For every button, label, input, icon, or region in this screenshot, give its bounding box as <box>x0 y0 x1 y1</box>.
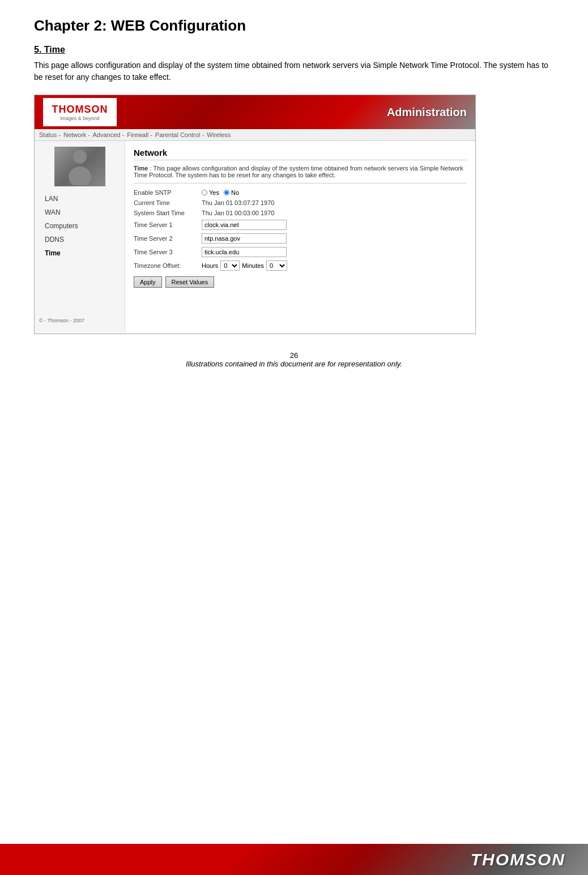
chapter-title: Chapter 2: WEB Configuration <box>34 17 554 35</box>
sntp-no-radio[interactable] <box>224 190 229 195</box>
sidebar-item-time[interactable]: Time <box>40 246 119 260</box>
router-main-content: Network Time : This page allows configur… <box>125 141 475 334</box>
form-buttons: Apply Reset Values <box>134 276 467 288</box>
section-title: 5. Time <box>34 45 554 55</box>
hours-label: Hours <box>202 262 218 269</box>
sidebar-item-lan[interactable]: LAN <box>40 192 119 206</box>
router-sidebar: LAN WAN Computers DDNS Time © - Thomson … <box>35 141 125 334</box>
time-server3-input[interactable] <box>202 247 287 257</box>
svg-point-1 <box>69 167 91 185</box>
sidebar-copyright: © - Thomson - 2007 <box>35 313 125 328</box>
time-server2-input[interactable] <box>202 233 287 244</box>
logo-text: THOMSON <box>52 104 108 116</box>
time-server3-label: Time Server 3 <box>134 249 202 255</box>
page-number: 26 <box>34 351 554 360</box>
main-time-description: Time : This page allows configuration an… <box>134 165 467 183</box>
screenshot-container: THOMSON images & beyond Administration S… <box>34 95 476 334</box>
apply-button[interactable]: Apply <box>134 276 162 288</box>
system-start-value: Thu Jan 01 00:03:00 1970 <box>202 210 274 216</box>
nav-item-network[interactable]: Network - <box>62 131 90 138</box>
sidebar-item-computers[interactable]: Computers <box>40 219 119 233</box>
bottom-logo: THOMSON <box>471 850 565 869</box>
sntp-yes-label: Yes <box>209 189 219 196</box>
nav-item-status[interactable]: Status - <box>39 131 61 138</box>
time-description-text: This page allows configuration and displ… <box>134 165 463 178</box>
minutes-label: Minutes <box>242 262 264 269</box>
time-server1-row: Time Server 1 <box>134 220 467 230</box>
router-body: LAN WAN Computers DDNS Time © - Thomson … <box>35 141 475 334</box>
reset-button[interactable]: Reset Values <box>165 276 215 288</box>
time-server1-input[interactable] <box>202 220 287 230</box>
sntp-no-label: No <box>231 189 239 196</box>
current-time-label: Current Time <box>134 199 202 206</box>
timezone-controls: Hours 0 1 2 -1 Minutes 0 15 30 45 <box>202 261 287 271</box>
minutes-select[interactable]: 0 15 30 45 <box>266 261 287 271</box>
hours-select[interactable]: 0 1 2 -1 <box>220 261 240 271</box>
nav-item-parental[interactable]: Parental Control - <box>154 131 204 138</box>
sntp-no-option[interactable]: No <box>224 189 239 196</box>
time-server1-label: Time Server 1 <box>134 221 202 228</box>
enable-sntp-row: Enable SNTP Yes No <box>134 189 467 196</box>
router-logo: THOMSON images & beyond <box>43 98 117 126</box>
router-navbar: Status - Network - Advanced - Firewall -… <box>35 129 475 141</box>
current-time-row: Current Time Thu Jan 01 03:07:27 1970 <box>134 199 467 206</box>
logo-subtext: images & beyond <box>60 116 100 121</box>
nav-item-firewall[interactable]: Firewall - <box>125 131 152 138</box>
sntp-yes-radio[interactable] <box>202 190 207 195</box>
timezone-label: Timezone Offset: <box>134 262 202 269</box>
system-start-label: System Start Time <box>134 210 202 216</box>
page-description: This page allows configuration and displ… <box>34 59 554 83</box>
system-start-row: System Start Time Thu Jan 01 00:03:00 19… <box>134 210 467 216</box>
svg-point-0 <box>73 150 87 164</box>
router-header: THOMSON images & beyond Administration <box>35 95 475 129</box>
nav-item-wireless[interactable]: Wireless <box>205 131 231 138</box>
main-section-title: Network <box>134 148 467 160</box>
sntp-yes-option[interactable]: Yes <box>202 189 219 196</box>
sidebar-item-ddns[interactable]: DDNS <box>40 233 119 246</box>
bottom-bar: THOMSON <box>0 844 588 875</box>
timezone-row: Timezone Offset: Hours 0 1 2 -1 Minutes … <box>134 261 467 271</box>
time-server3-row: Time Server 3 <box>134 247 467 257</box>
enable-sntp-label: Enable SNTP <box>134 189 202 196</box>
time-server2-label: Time Server 2 <box>134 235 202 242</box>
sidebar-item-wan[interactable]: WAN <box>40 206 119 219</box>
nav-item-advanced[interactable]: Advanced - <box>91 131 124 138</box>
time-field-label: Time <box>134 165 148 172</box>
admin-title: Administration <box>387 106 467 119</box>
current-time-value: Thu Jan 01 03:07:27 1970 <box>202 199 274 206</box>
sntp-radio-group: Yes No <box>202 189 239 196</box>
sidebar-menu: LAN WAN Computers DDNS Time <box>35 192 125 260</box>
disclaimer-text: Illustrations contained in this document… <box>34 360 554 368</box>
sidebar-avatar <box>54 147 105 186</box>
time-server2-row: Time Server 2 <box>134 233 467 244</box>
